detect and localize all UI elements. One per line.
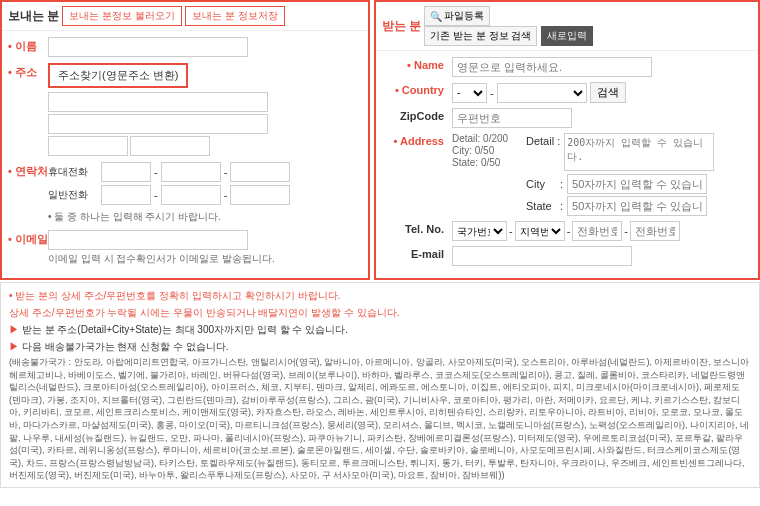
notes-arrow1: ▶ 받는 분 주소(Detail+City+State)는 최대 300자까지만… — [9, 322, 751, 337]
detail-label: Detail : — [526, 133, 560, 147]
receiver-name-row: Name — [382, 57, 752, 77]
state-sublabel: State: 0/50 — [452, 157, 522, 168]
receiver-tel-number1[interactable] — [572, 221, 622, 241]
detail-sublabel: Detail: 0/200 — [452, 133, 522, 144]
receiver-tel-row: Tel. No. 국가번호 - 지역번호 - - — [382, 221, 752, 241]
sender-address1-input[interactable] — [48, 92, 268, 112]
receiver-country-label: Country — [382, 82, 452, 96]
receiver-city-input[interactable] — [567, 174, 707, 194]
receiver-zipcode-label: ZipCode — [382, 108, 452, 122]
address-convert-button[interactable]: 주소찾기(영문주소 변환) — [48, 63, 188, 88]
city-sublabel: City: 0/50 — [452, 145, 522, 156]
receiver-name-input[interactable] — [452, 57, 652, 77]
sender-landline-part3[interactable] — [230, 185, 290, 205]
receiver-tel-area-code[interactable]: 지역번호 — [515, 221, 565, 241]
notes-warning2: 상세 주소/우편번호가 누락될 시에는 우물이 반송되거나 배달지연이 발생할 … — [9, 305, 751, 320]
city-label: City — [526, 178, 556, 190]
sender-panel-header: 보내는 분 보내는 분정보 불러오기 보내는 분 정보저장 — [2, 2, 368, 31]
receiver-state-input[interactable] — [567, 196, 707, 216]
file-register-label: 파일등록 — [444, 9, 484, 23]
sender-name-input[interactable] — [48, 37, 248, 57]
search-receiver-button[interactable]: 기존 받는 분 정보 검색 — [424, 26, 537, 46]
sender-name-label: 이름 — [8, 37, 48, 54]
sender-email-note: 이메일 입력 시 접수확인서가 이메일로 발송됩니다. — [48, 252, 362, 266]
receiver-email-row: E-mail — [382, 246, 752, 266]
receiver-country-select1[interactable]: - — [452, 83, 487, 103]
notes-countries: (배송불가국가 : 안도라, 아랍에미리트연합국, 아프가니스탄, 앤틸리시어(… — [9, 356, 751, 482]
search-icon: 🔍 — [430, 11, 442, 22]
sender-contact-note: • 둘 중 하나는 입력해 주시기 바랍니다. — [48, 210, 362, 224]
receiver-tel-number2[interactable] — [630, 221, 680, 241]
sender-email-row: 이메일 이메일 입력 시 접수확인서가 이메일로 발송됩니다. — [8, 230, 362, 266]
sender-email-input[interactable] — [48, 230, 248, 250]
sender-mobile-part1[interactable] — [101, 162, 151, 182]
sender-landline-row: 일반전화 - - — [48, 185, 362, 205]
save-sender-button[interactable]: 보내는 분 정보저장 — [185, 6, 285, 26]
sender-panel: 보내는 분 보내는 분정보 불러오기 보내는 분 정보저장 이름 주소 — [0, 0, 370, 280]
state-label: State — [526, 200, 556, 212]
sender-landline-part1[interactable] — [101, 185, 151, 205]
sender-address2-input[interactable] — [48, 114, 268, 134]
sender-landline-part2[interactable] — [161, 185, 221, 205]
sender-city-input[interactable] — [130, 136, 210, 156]
receiver-tel-label: Tel. No. — [382, 221, 452, 235]
receiver-name-label: Name — [382, 57, 452, 71]
receiver-tel-country-code[interactable]: 국가번호 — [452, 221, 507, 241]
receiver-country-row: Country - - 검색 — [382, 82, 752, 103]
notes-warning1: • 받는 분의 상세 주소/우편번호를 정확히 입력하시고 확인하시기 바랍니다… — [9, 288, 751, 303]
receiver-email-label: E-mail — [382, 246, 452, 260]
sender-mobile-part3[interactable] — [230, 162, 290, 182]
sender-address-row: 주소 주소찾기(영문주소 변환) — [8, 63, 362, 156]
receiver-address-row: Address Detail: 0/200 City: 0/50 State: … — [382, 133, 752, 216]
file-register-button[interactable]: 🔍 파일등록 — [424, 6, 490, 26]
sender-contact-label: 연락처 — [8, 162, 48, 179]
notes-section: • 받는 분의 상세 주소/우편번호를 정확히 입력하시고 확인하시기 바랍니다… — [0, 282, 760, 488]
receiver-address-label: Address — [382, 133, 452, 147]
load-sender-button[interactable]: 보내는 분정보 불러오기 — [62, 6, 182, 26]
receiver-zipcode-row: ZipCode — [382, 108, 752, 128]
receiver-panel: 받는 분 🔍 파일등록 기존 받는 분 정보 검색 새로입력 Name — [374, 0, 760, 280]
sender-panel-title: 보내는 분 — [8, 8, 59, 25]
receiver-panel-title: 받는 분 — [382, 18, 421, 35]
receiver-email-input[interactable] — [452, 246, 632, 266]
sender-address-label: 주소 — [8, 63, 48, 80]
sender-mobile-row: 휴대전화 - - — [48, 162, 362, 182]
notes-arrow2: ▶ 다음 배송불가국가는 현재 신청할 수 없습니다. — [9, 339, 751, 354]
sender-contact-row: 연락처 휴대전화 - - 일반전 — [8, 162, 362, 224]
sender-email-label: 이메일 — [8, 230, 48, 247]
receiver-buttons: 🔍 파일등록 기존 받는 분 정보 검색 새로입력 — [424, 6, 592, 46]
receiver-country-select2[interactable] — [497, 83, 587, 103]
receiver-zipcode-input[interactable] — [452, 108, 572, 128]
sender-mobile-part2[interactable] — [161, 162, 221, 182]
sender-landline-label: 일반전화 — [48, 188, 98, 202]
receiver-address-detail-input[interactable] — [564, 133, 714, 171]
sender-buttons: 보내는 분정보 불러오기 보내는 분 정보저장 — [62, 6, 284, 26]
receiver-panel-header: 받는 분 🔍 파일등록 기존 받는 분 정보 검색 새로입력 — [376, 2, 758, 51]
sender-name-row: 이름 — [8, 37, 362, 57]
country-search-button[interactable]: 검색 — [590, 82, 626, 103]
sender-zipcode-input[interactable] — [48, 136, 128, 156]
sender-mobile-label: 휴대전화 — [48, 165, 98, 179]
new-entry-button[interactable]: 새로입력 — [541, 26, 593, 46]
